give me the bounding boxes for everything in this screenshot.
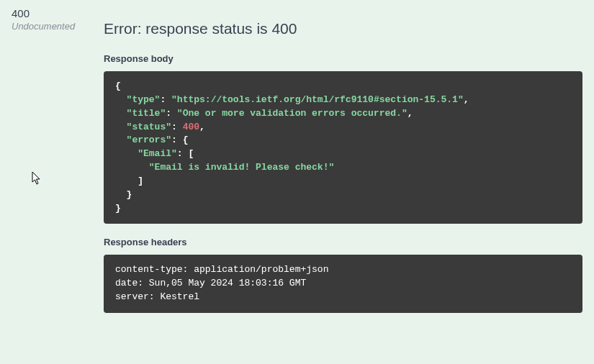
response-headers-label: Response headers [104,237,582,247]
status-code: 400 [12,7,104,19]
header-date: date: Sun,05 May 2024 18:03:16 GMT [115,278,306,288]
header-content-type: content-type: application/problem+json [115,264,328,275]
response-container: 400 Undocumented Error: response status … [0,0,594,333]
json-val-email-msg: "Email is invalid! Please check!" [149,162,334,173]
json-key-type: "type" [127,94,161,105]
json-val-title: "One or more validation errors occurred.… [177,108,408,119]
error-title: Error: response status is 400 [104,20,582,37]
status-column: 400 Undocumented [12,7,104,326]
json-val-status: 400 [183,122,199,132]
json-key-title: "title" [127,108,166,119]
json-val-type: "https://tools.ietf.org/html/rfc9110#sec… [171,94,464,105]
json-key-status: "status" [127,122,171,132]
header-server: server: Kestrel [115,291,199,302]
response-body-block[interactable]: { "type": "https://tools.ietf.org/html/r… [104,71,582,224]
json-key-email: "Email" [138,148,177,159]
response-body-label: Response body [104,53,582,64]
details-column: Error: response status is 400 Response b… [104,7,582,326]
json-key-errors: "errors" [127,135,171,145]
undocumented-label: Undocumented [12,21,104,32]
response-headers-block[interactable]: content-type: application/problem+json d… [104,255,582,313]
